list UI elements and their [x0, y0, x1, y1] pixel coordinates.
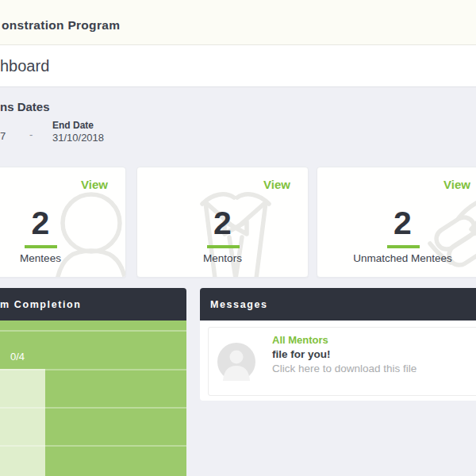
stat-card-unmatched-mentees: View 2 Unmatched Mentees	[317, 167, 476, 278]
completion-panel: m Completion 0/4	[0, 288, 186, 476]
message-download-link[interactable]: Click here to download this file	[272, 363, 416, 374]
start-date-fragment: 7	[0, 130, 6, 142]
stat-card-mentees: View 2 Mentees	[0, 167, 126, 278]
avatar-person-icon	[217, 343, 255, 381]
stat-underline	[207, 245, 240, 248]
page-title: hboard	[0, 57, 49, 75]
messages-panel-body: All Mentors file for you! Click here to …	[200, 321, 476, 401]
message-title: file for you!	[272, 348, 331, 360]
messages-panel-header: Messages	[200, 288, 476, 321]
messages-panel-title: Messages	[210, 299, 268, 310]
message-item[interactable]: All Mentors file for you! Click here to …	[208, 327, 476, 396]
stat-count: 2	[0, 207, 125, 240]
stat-label: Unmatched Mentees	[317, 252, 476, 264]
chart-gridline	[0, 369, 186, 370]
stat-card-mentors: View 2 Mentors	[136, 167, 309, 278]
page-title-bar: hboard	[0, 45, 476, 87]
date-separator: -	[29, 129, 33, 140]
stat-label: Mentees	[0, 252, 125, 264]
completion-bar	[0, 369, 45, 476]
chart-gridline	[0, 445, 186, 447]
completion-bar-label: 0/4	[10, 351, 25, 363]
chart-gridline	[0, 330, 186, 332]
stat-underline	[25, 245, 57, 248]
stat-count: 2	[137, 207, 308, 240]
message-sender: All Mentors	[272, 334, 328, 346]
app-title: onstration Program	[2, 18, 120, 33]
app-title-bar: onstration Program	[0, 0, 476, 45]
end-date-label: End Date	[52, 120, 94, 131]
view-unmatched-link[interactable]: View	[443, 178, 470, 191]
stat-underline	[387, 245, 420, 248]
completion-panel-header: m Completion	[0, 288, 186, 321]
end-date-value: 31/10/2018	[52, 132, 104, 144]
dates-section-title: ns Dates	[0, 100, 50, 113]
stat-count: 2	[317, 207, 476, 240]
stat-label: Mentors	[137, 252, 308, 264]
completion-panel-title: m Completion	[0, 299, 82, 310]
messages-panel: Messages All Mentors file for you! Click…	[200, 288, 476, 401]
completion-bar-chart: 0/4	[0, 321, 186, 476]
dashboard-page: onstration Program hboard ns Dates 7 - E…	[0, 0, 476, 476]
chart-gridline	[0, 407, 186, 409]
